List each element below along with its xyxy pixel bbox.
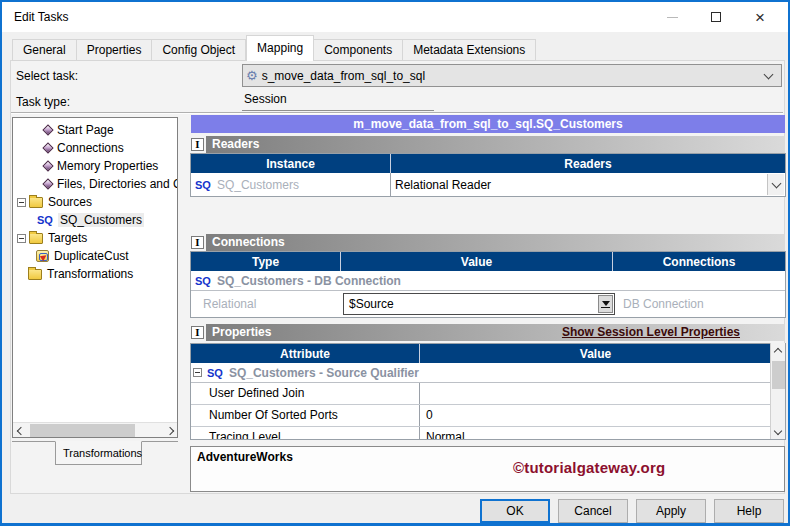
readers-collapse-button[interactable]: I bbox=[191, 138, 204, 151]
column-header-type: Type bbox=[191, 252, 341, 271]
collapse-expander-icon[interactable] bbox=[17, 198, 26, 207]
connections-row: Relational $Source DB Connection bbox=[191, 291, 785, 317]
column-header-attribute: Attribute bbox=[191, 344, 420, 363]
window-title: Edit Tasks bbox=[14, 10, 68, 24]
minimize-button[interactable] bbox=[650, 2, 694, 32]
source-qualifier-icon: SQ bbox=[195, 275, 211, 287]
reader-type-value: Relational Reader bbox=[395, 178, 491, 192]
tree-item-memory-properties[interactable]: Memory Properties bbox=[13, 157, 177, 175]
select-task-dropdown[interactable]: ⚙ s_move_data_from_sql_to_sql bbox=[242, 64, 782, 87]
scroll-up-arrow[interactable] bbox=[771, 343, 785, 357]
cancel-button[interactable]: Cancel bbox=[558, 499, 628, 523]
column-header-instance: Instance bbox=[191, 154, 391, 173]
tree-item-label: Targets bbox=[48, 231, 87, 245]
scrollbar-thumb[interactable] bbox=[772, 361, 785, 389]
maximize-button[interactable] bbox=[694, 2, 738, 32]
tree-item-label: Start Page bbox=[57, 123, 114, 137]
tree-item-duplicatecust[interactable]: DuplicateCust bbox=[13, 247, 177, 265]
tab-config-object[interactable]: Config Object bbox=[152, 39, 246, 61]
property-row-tracing-level[interactable]: Tracing Level Normal bbox=[191, 427, 771, 440]
tree-horizontal-scrollbar[interactable] bbox=[13, 422, 177, 437]
connection-value: $Source bbox=[349, 297, 394, 311]
reader-instance-name: SQ_Customers bbox=[217, 178, 299, 192]
ok-button[interactable]: OK bbox=[480, 499, 550, 523]
help-button[interactable]: Help bbox=[714, 499, 784, 523]
tab-properties[interactable]: Properties bbox=[77, 39, 153, 61]
tree-item-sq-customers[interactable]: SQ SQ_Customers bbox=[13, 211, 177, 229]
close-button[interactable]: × bbox=[738, 2, 782, 32]
select-task-label: Select task: bbox=[16, 69, 78, 83]
scroll-left-arrow[interactable] bbox=[13, 423, 28, 438]
apply-button[interactable]: Apply bbox=[636, 499, 706, 523]
transformations-bottom-tab[interactable]: Transformations bbox=[55, 441, 142, 465]
dropdown-button[interactable] bbox=[767, 174, 784, 195]
chevron-right-icon bbox=[165, 426, 173, 434]
show-session-level-properties-link[interactable]: Show Session Level Properties bbox=[562, 325, 740, 339]
chevron-down-icon bbox=[764, 70, 774, 80]
properties-group-label: SQ_Customers - Source Qualifier bbox=[229, 366, 419, 380]
column-header-value: Value bbox=[341, 252, 613, 271]
connections-table-header: Type Value Connections bbox=[191, 251, 785, 271]
bottom-tab-label: Transformations bbox=[63, 447, 142, 459]
task-type-field[interactable]: Session bbox=[242, 92, 434, 111]
edit-tasks-dialog: Edit Tasks × General Properties Config O… bbox=[0, 0, 790, 526]
scroll-right-arrow[interactable] bbox=[162, 423, 177, 438]
tree-item-sources[interactable]: Sources bbox=[13, 193, 177, 211]
target-icon bbox=[36, 250, 49, 262]
tab-mapping[interactable]: Mapping bbox=[246, 35, 314, 61]
column-header-connections: Connections bbox=[613, 252, 785, 271]
property-row-user-defined-join[interactable]: User Defined Join bbox=[191, 383, 771, 405]
watermark-text: ©tutorialgateway.org bbox=[513, 459, 665, 476]
connection-browse-button[interactable] bbox=[598, 295, 613, 313]
chevron-down-icon bbox=[771, 178, 781, 188]
mapping-name-panel: AdventureWorks ©tutorialgateway.org bbox=[190, 446, 785, 492]
tab-general[interactable]: General bbox=[12, 39, 77, 61]
tree-item-label: Files, Directories and Com bbox=[57, 177, 178, 191]
tree-item-targets[interactable]: Targets bbox=[13, 229, 177, 247]
chevron-down-icon bbox=[774, 426, 782, 434]
property-value[interactable] bbox=[420, 383, 771, 404]
tree-item-transformations[interactable]: Transformations bbox=[13, 265, 177, 283]
reader-type-dropdown[interactable]: Relational Reader bbox=[391, 173, 785, 196]
tree-item-label: Connections bbox=[57, 141, 124, 155]
properties-vertical-scrollbar[interactable] bbox=[770, 343, 785, 439]
connections-table: Type Value Connections SQ SQ_Customers -… bbox=[190, 251, 786, 318]
task-type-label: Task type: bbox=[16, 95, 70, 109]
properties-collapse-button[interactable]: I bbox=[191, 326, 204, 339]
source-qualifier-icon: SQ bbox=[207, 367, 223, 379]
collapse-expander-icon[interactable] bbox=[17, 234, 26, 243]
tree-item-label: Memory Properties bbox=[57, 159, 158, 173]
tree-item-files-directories[interactable]: Files, Directories and Com bbox=[13, 175, 177, 193]
dropdown-bar-icon bbox=[601, 307, 610, 308]
connections-collapse-button[interactable]: I bbox=[191, 236, 204, 249]
folder-icon bbox=[29, 233, 43, 244]
tree-item-connections[interactable]: Connections bbox=[13, 139, 177, 157]
collapse-expander-icon[interactable] bbox=[193, 368, 202, 377]
tree-item-label: Sources bbox=[48, 195, 92, 209]
property-attribute: Tracing Level bbox=[191, 427, 420, 440]
scroll-down-arrow[interactable] bbox=[771, 425, 785, 439]
property-row-number-of-sorted-ports[interactable]: Number Of Sorted Ports 0 bbox=[191, 405, 771, 427]
connection-type: Relational bbox=[203, 297, 341, 311]
diamond-icon bbox=[42, 142, 53, 153]
scrollbar-thumb[interactable] bbox=[30, 424, 135, 437]
source-qualifier-icon: SQ bbox=[37, 214, 53, 226]
dropdown-arrow-icon bbox=[602, 301, 610, 306]
mapping-name: AdventureWorks bbox=[197, 450, 293, 464]
separator-line bbox=[11, 112, 783, 114]
property-value[interactable]: Normal bbox=[420, 427, 771, 440]
close-icon: × bbox=[755, 9, 765, 26]
select-task-value: s_move_data_from_sql_to_sql bbox=[262, 69, 425, 83]
tab-metadata-extensions[interactable]: Metadata Extensions bbox=[403, 39, 536, 61]
session-settings-tree: Start Page Connections Memory Properties… bbox=[12, 117, 178, 438]
readers-section-header: Readers bbox=[206, 136, 785, 153]
readers-table-header: Instance Readers bbox=[191, 153, 785, 173]
tab-components[interactable]: Components bbox=[314, 39, 403, 61]
folder-icon bbox=[28, 269, 42, 280]
dialog-button-bar: OK Cancel Apply Help bbox=[2, 494, 788, 526]
tree-item-start-page[interactable]: Start Page bbox=[13, 121, 177, 139]
connection-value-field[interactable]: $Source bbox=[343, 293, 615, 315]
connection-name: DB Connection bbox=[623, 297, 704, 311]
property-value[interactable]: 0 bbox=[420, 405, 771, 426]
diamond-icon bbox=[42, 124, 53, 135]
